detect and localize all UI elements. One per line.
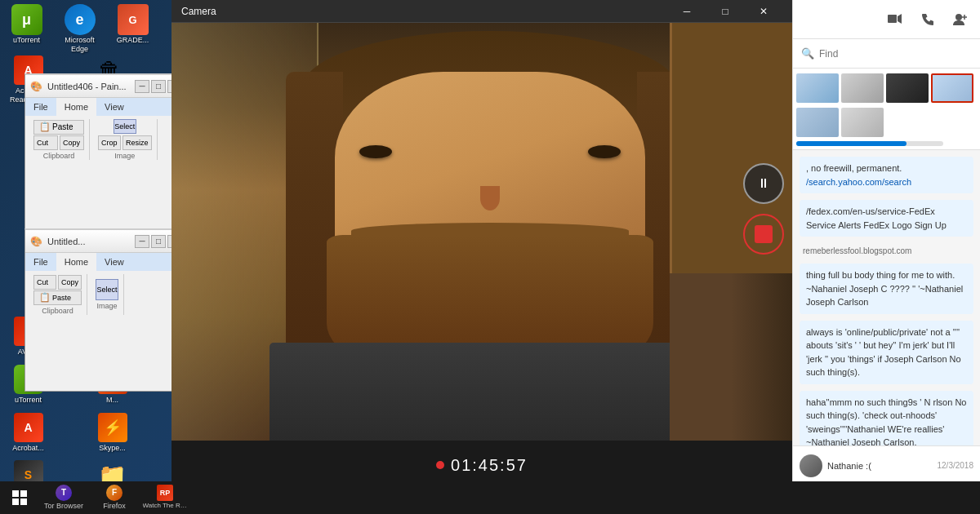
shirt: [270, 343, 710, 441]
add-person-icon[interactable]: [949, 8, 972, 31]
desktop-icon-utorrent-top[interactable]: μ uTorrent: [0, 0, 53, 57]
camera-feed: [172, 23, 792, 441]
thumb-3[interactable]: [886, 73, 929, 103]
paint-tab-home-2[interactable]: Home: [56, 253, 96, 271]
desktop-icon-grade-top[interactable]: G GRADE...: [106, 0, 159, 57]
chat-msg-3-text: thing full bu body thing for me to with.…: [806, 270, 963, 307]
eye-right: [588, 145, 621, 158]
select-btn-1[interactable]: Select: [114, 119, 136, 134]
top-icons-row: μ uTorrent e Microsoft Edge G GRADE...: [0, 0, 167, 57]
chat-panel: 🔍 , no freewill, permanent.: [792, 0, 980, 514]
paint-minimize-2[interactable]: ─: [135, 235, 149, 248]
paste-btn-2[interactable]: 📋 Paste: [33, 290, 82, 305]
redpill-label: Watch The Red Pill 20...: [143, 502, 188, 509]
taskbar-item-firefox[interactable]: F Firefox: [90, 481, 139, 514]
paint-minimize-1[interactable]: ─: [135, 80, 149, 93]
paint-maximize-1[interactable]: □: [151, 80, 166, 93]
chat-msg-2: /fedex.com/en-us/service-FedEx Service A…: [800, 200, 973, 237]
camera-titlebar: Camera ─ □ ✕: [172, 0, 792, 23]
cut-btn-2[interactable]: Cut: [33, 275, 56, 290]
camera-maximize-btn[interactable]: □: [706, 0, 744, 23]
start-button[interactable]: [0, 481, 39, 514]
nose: [480, 186, 500, 210]
chat-msg-1: , no freewill, permanent. /search.yahoo.…: [800, 157, 973, 193]
camera-close-btn[interactable]: ✕: [745, 0, 782, 23]
paint-titlebar-1: 🎨 Untitled406 - Pain... ─ □ ✕: [25, 75, 187, 98]
utorrent-label-top: uTorrent: [13, 36, 40, 45]
svg-point-2: [956, 14, 962, 20]
copy-btn-1[interactable]: Copy: [60, 135, 84, 150]
paint-window-2: 🎨 Untitled... ─ □ ✕ File Home View Cut: [24, 228, 188, 392]
chat-search-bar: 🔍: [793, 39, 980, 69]
firefox-label: Firefox: [103, 502, 126, 510]
desktop-icon-acrobat-3[interactable]: A Acrobat...: [2, 408, 55, 456]
paint-tab-view-1[interactable]: View: [96, 98, 132, 116]
paint-tab-file-1[interactable]: File: [25, 98, 56, 116]
svg-marker-1: [898, 14, 902, 24]
flash-label: Skype...: [99, 444, 126, 453]
svg-rect-0: [888, 15, 897, 23]
image-label-2: Image: [97, 302, 118, 310]
thumb-2[interactable]: [841, 73, 884, 103]
cut-btn-1[interactable]: Cut: [33, 135, 58, 150]
taskbar-item-tor-browser[interactable]: T Tor Browser: [39, 481, 88, 514]
paint-maximize-2[interactable]: □: [151, 235, 166, 248]
flash-icon: ⚡: [98, 413, 127, 442]
thumbnail-strip: [793, 69, 980, 150]
cut-copy-row: Cut Copy: [33, 135, 84, 150]
media-progress-fill: [796, 141, 906, 146]
paint-tab-home-1[interactable]: Home: [56, 98, 96, 116]
clipboard-label-1: Clipboard: [43, 152, 75, 160]
face: [335, 72, 645, 317]
clipboard-group-2: Cut Copy 📋 Paste Clipboard: [29, 274, 87, 315]
chat-message-date: 12/3/2018: [938, 461, 974, 470]
stop-icon: [755, 225, 773, 243]
paint-tab-file-2[interactable]: File: [25, 253, 56, 271]
search-icon: 🔍: [801, 47, 814, 60]
svg-rect-5: [12, 498, 19, 505]
paint-window-1: 🎨 Untitled406 - Pain... ─ □ ✕ File Home …: [24, 73, 188, 237]
image-group-1: Select Crop Resize Image: [93, 119, 158, 160]
camera-window-controls: ─ □ ✕: [668, 0, 782, 23]
desktop-icon-edge-top[interactable]: e Microsoft Edge: [53, 0, 106, 57]
crop-btn-1[interactable]: Crop: [98, 135, 121, 150]
acrobat-icon-3: A: [14, 413, 43, 442]
image-group-2: Select Image: [91, 274, 124, 315]
chat-user-footer: Nathanie :( 12/3/2018: [793, 445, 980, 485]
chat-header: [793, 0, 980, 39]
resize-btn-1[interactable]: Resize: [122, 135, 152, 150]
eye-left: [359, 145, 392, 158]
pause-button[interactable]: ⏸: [743, 163, 784, 204]
svg-rect-3: [12, 490, 19, 497]
chat-blog-link: remeberlessfool.blogspot.com: [800, 243, 973, 259]
camera-minimize-btn[interactable]: ─: [668, 0, 706, 23]
media-progress-bg: [796, 141, 943, 146]
chat-user-name: Nathanie :(: [827, 461, 933, 471]
thumb-1[interactable]: [796, 73, 839, 103]
utorrent-icon-top: μ: [11, 3, 43, 36]
paint-tab-view-2[interactable]: View: [96, 253, 132, 271]
chat-msg-5: haha''mmm no such thing9s ' N rlson No s…: [800, 391, 973, 446]
stop-record-button[interactable]: [743, 214, 784, 255]
chat-thumbnails: [793, 69, 980, 150]
chat-msg-1-link[interactable]: /search.yahoo.com/search: [806, 177, 911, 187]
grade-icon-top: G: [117, 3, 149, 36]
utorrent-label-2: uTorrent: [15, 396, 42, 405]
clipboard-label-2: Clipboard: [42, 307, 74, 315]
svg-rect-6: [20, 498, 27, 505]
thumb-5[interactable]: [796, 108, 839, 137]
phone-call-icon[interactable]: [916, 8, 939, 31]
taskbar-item-redpill[interactable]: RP Watch The Red Pill 20...: [140, 481, 189, 514]
copy-btn-2[interactable]: Copy: [58, 275, 82, 290]
thumb-4-selected[interactable]: [931, 73, 973, 103]
svg-rect-4: [20, 490, 27, 497]
paint-tabbar-1: File Home View: [25, 98, 187, 116]
chat-search-input[interactable]: [819, 48, 972, 60]
chat-msg-2-text: /fedex.com/en-us/service-FedEx Service A…: [806, 206, 947, 230]
thumb-6[interactable]: [841, 108, 884, 137]
select-btn-2[interactable]: Select: [96, 279, 118, 300]
video-call-icon[interactable]: [884, 8, 906, 31]
paste-icon-1: 📋: [39, 122, 51, 133]
paste-btn-1[interactable]: 📋 Paste: [33, 120, 84, 135]
desktop-icon-flash[interactable]: ⚡ Skype...: [86, 408, 139, 456]
